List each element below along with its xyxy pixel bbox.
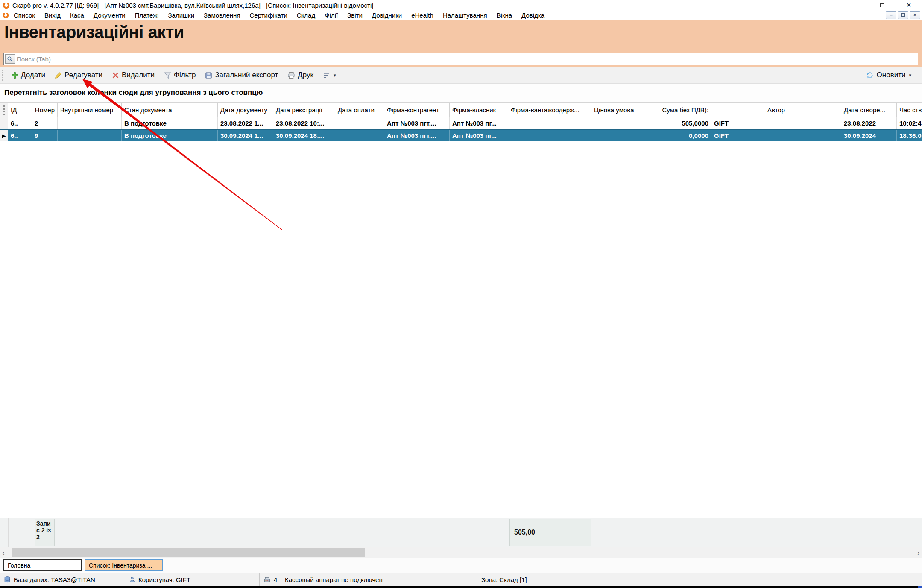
column-header-owner[interactable]: Фірма-власник <box>450 103 508 117</box>
cell-owner[interactable]: Апт №003 пг... <box>450 117 508 129</box>
cell-price-condition[interactable] <box>591 117 651 129</box>
menu-vikna[interactable]: Вікна <box>492 12 517 19</box>
toolbar: Додати Редагувати Видалити Фільтр Загаль… <box>0 67 922 84</box>
column-header-price-condition[interactable]: Цінова умова <box>591 103 651 117</box>
menu-sertyfikaty[interactable]: Сертифікати <box>245 12 292 19</box>
cell-number[interactable]: 9 <box>32 130 58 141</box>
filter-button[interactable]: Фільтр <box>159 67 200 83</box>
mdi-close-button[interactable]: × <box>910 11 920 19</box>
column-header-doc-state[interactable]: Стан документа <box>122 103 218 117</box>
menu-zamovlennia[interactable]: Замовлення <box>199 12 245 19</box>
cell-reg-date[interactable]: 23.08.2022 10:... <box>273 117 335 129</box>
cell-created-time[interactable]: 18:36:0 <box>897 130 922 141</box>
cell-doc-state[interactable]: В подготовке <box>122 130 218 141</box>
cell-id[interactable]: 6.. <box>8 130 32 141</box>
column-header-pay-date[interactable]: Дата оплати <box>335 103 384 117</box>
column-header-contractor[interactable]: Фірма-контрагент <box>384 103 450 117</box>
group-by-panel[interactable]: Перетягніть заголовок колонки сюди для у… <box>0 84 922 102</box>
cell-created-time[interactable]: 10:02:4 <box>897 117 922 129</box>
menu-ehealth[interactable]: eHealth <box>407 12 438 19</box>
table-row[interactable]: 6.. 2 В подготовке 23.08.2022 1... 23.08… <box>0 117 922 129</box>
column-header-doc-date[interactable]: Дата документу <box>218 103 273 117</box>
scroll-left-button[interactable]: ‹ <box>0 547 7 558</box>
cell-reg-date[interactable]: 30.09.2024 18:... <box>273 130 335 141</box>
cell-author[interactable]: GIFT <box>711 130 841 141</box>
cell-price-condition[interactable] <box>591 130 651 141</box>
search-input[interactable] <box>17 53 917 64</box>
bottom-edge-strip <box>0 586 922 588</box>
cell-id[interactable]: 6.. <box>8 117 32 129</box>
cell-internal-number[interactable] <box>58 130 122 141</box>
cell-sum-no-vat[interactable]: 0,0000 <box>651 130 711 141</box>
page-title: Інвентаризаційні акти <box>0 20 922 42</box>
menu-zvity[interactable]: Звіти <box>342 12 367 19</box>
scrollbar-thumb[interactable] <box>12 548 365 557</box>
menu-filii[interactable]: Філії <box>320 12 342 19</box>
cell-internal-number[interactable] <box>58 117 122 129</box>
cell-doc-state[interactable]: В подготовке <box>122 117 218 129</box>
menu-zalyshky[interactable]: Залишки <box>164 12 199 19</box>
toolbar-grip[interactable] <box>2 70 4 81</box>
statusbar-cash-count: 4 <box>260 573 281 586</box>
cell-pay-date[interactable] <box>335 117 384 129</box>
refresh-button[interactable]: Оновити ▾ <box>861 71 916 79</box>
add-button[interactable]: Додати <box>6 67 50 83</box>
print-button[interactable]: Друк <box>283 67 318 83</box>
column-header-created-date[interactable]: Дата створе... <box>841 103 897 117</box>
grid-corner-grip-icon[interactable] <box>0 103 8 117</box>
column-header-number[interactable]: Номер <box>32 103 58 117</box>
column-header-consignee[interactable]: Фірма-вантажоодерж... <box>508 103 591 117</box>
close-button[interactable]: ✕ <box>896 0 922 10</box>
cell-sum-no-vat[interactable]: 505,0000 <box>651 117 711 129</box>
scroll-right-button[interactable]: › <box>915 547 922 558</box>
mdi-window-controls: – × <box>886 11 922 19</box>
column-header-sum-no-vat[interactable]: Сума без ПДВ): <box>651 103 711 117</box>
menu-dovidnyky[interactable]: Довідники <box>367 12 407 19</box>
export-button[interactable]: Загальний експорт <box>200 67 283 83</box>
edit-button[interactable]: Редагувати <box>50 67 107 83</box>
menu-dovidka[interactable]: Довідка <box>517 12 549 19</box>
cell-number[interactable]: 2 <box>32 117 58 129</box>
app-window: Скарб pro v. 4.0.2.77 [ІД: 969] - [Апт №… <box>0 0 922 588</box>
column-header-created-time[interactable]: Час ств <box>897 103 922 117</box>
menu-dokumenty[interactable]: Документи <box>89 12 130 19</box>
restore-button[interactable] <box>869 0 896 10</box>
column-header-author[interactable]: Автор <box>711 103 841 117</box>
row-height-button[interactable]: ▾ <box>318 67 341 83</box>
column-header-id[interactable]: ІД <box>8 103 32 117</box>
tab-home[interactable]: Головна <box>3 559 82 571</box>
minimize-button[interactable]: — <box>843 0 869 10</box>
cell-contractor[interactable]: Апт №003 пгт.... <box>384 117 450 129</box>
mdi-minimize-button[interactable]: – <box>886 11 896 19</box>
cell-owner[interactable]: Апт №003 пг... <box>450 130 508 141</box>
menu-nalashtuvannia[interactable]: Налаштування <box>438 12 492 19</box>
cash-register-icon <box>263 576 271 583</box>
tab-inventory-list[interactable]: Список: Інвентариза ... <box>85 559 163 571</box>
horizontal-scrollbar[interactable]: ‹ › <box>0 547 922 558</box>
record-count: Запис 2 із 2 <box>35 519 55 546</box>
bottom-edge-accent <box>918 586 922 588</box>
cell-doc-date[interactable]: 30.09.2024 1... <box>218 130 273 141</box>
delete-button[interactable]: Видалити <box>107 67 159 83</box>
cell-author[interactable]: GIFT <box>711 117 841 129</box>
cell-consignee[interactable] <box>508 117 591 129</box>
menu-vykhid[interactable]: Вихід <box>40 12 65 19</box>
cell-created-date[interactable]: 30.09.2024 <box>841 130 897 141</box>
column-header-reg-date[interactable]: Дата реєстрації <box>273 103 335 117</box>
menu-sklad[interactable]: Склад <box>292 12 320 19</box>
menu-kasa[interactable]: Каса <box>65 12 89 19</box>
row-indicator <box>0 117 8 129</box>
menu-bar: Список Вихід Каса Документи Платежі Зали… <box>0 10 922 20</box>
table-row-selected[interactable]: ▶ 6.. 9 В подготовке 30.09.2024 1... 30.… <box>0 129 922 141</box>
mdi-restore-button[interactable] <box>898 11 908 19</box>
menu-spysok[interactable]: Список <box>9 12 40 19</box>
menu-platezhi[interactable]: Платежі <box>130 12 164 19</box>
search-icon[interactable] <box>5 54 15 64</box>
summary-divider <box>8 518 9 547</box>
cell-doc-date[interactable]: 23.08.2022 1... <box>218 117 273 129</box>
cell-consignee[interactable] <box>508 130 591 141</box>
cell-created-date[interactable]: 23.08.2022 <box>841 117 897 129</box>
column-header-internal-number[interactable]: Внутрішній номер <box>58 103 122 117</box>
cell-contractor[interactable]: Апт №003 пгт.... <box>384 130 450 141</box>
cell-pay-date[interactable] <box>335 130 384 141</box>
